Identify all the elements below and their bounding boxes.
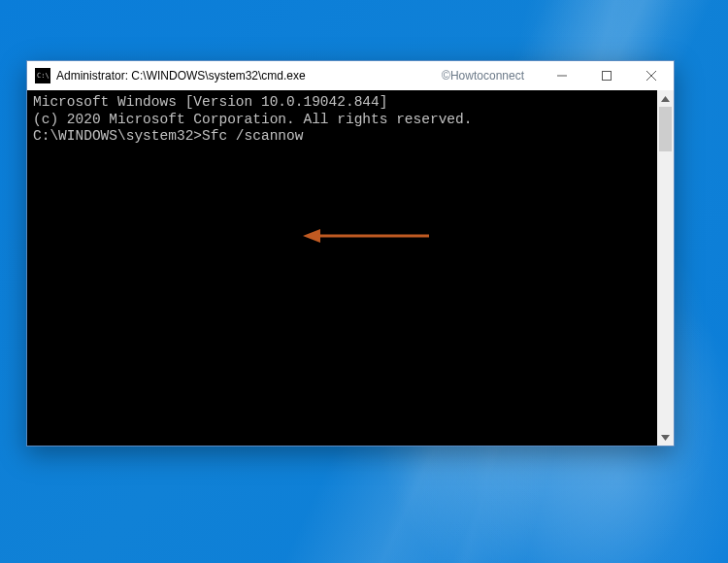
chevron-up-icon: [661, 96, 670, 102]
scroll-track[interactable]: [657, 107, 674, 429]
maximize-button[interactable]: [584, 61, 629, 90]
close-icon: [646, 71, 656, 81]
svg-text:C:\: C:\: [37, 72, 50, 80]
prompt-path: C:\WINDOWS\system32>: [33, 128, 202, 144]
typed-command: Sfc /scannow: [202, 128, 303, 144]
svg-rect-2: [603, 72, 612, 81]
console-prompt-line: C:\WINDOWS\system32>Sfc /scannow: [33, 128, 651, 146]
console-line: Microsoft Windows [Version 10.0.19042.84…: [33, 94, 651, 112]
cmd-icon: C:\: [35, 68, 50, 83]
scroll-thumb[interactable]: [659, 107, 672, 151]
scroll-up-button[interactable]: [657, 90, 674, 107]
titlebar[interactable]: C:\ Administrator: C:\WINDOWS\system32\c…: [27, 61, 674, 90]
chevron-down-icon: [661, 435, 670, 441]
window-controls: [540, 61, 674, 90]
maximize-icon: [602, 71, 612, 81]
window-title: Administrator: C:\WINDOWS\system32\cmd.e…: [56, 69, 306, 83]
console-line: (c) 2020 Microsoft Corporation. All righ…: [33, 112, 651, 129]
cmd-window: C:\ Administrator: C:\WINDOWS\system32\c…: [26, 60, 675, 447]
minimize-button[interactable]: [540, 61, 584, 90]
watermark-text: ©Howtoconnect: [442, 69, 524, 83]
minimize-icon: [557, 71, 567, 81]
client-area: Microsoft Windows [Version 10.0.19042.84…: [27, 90, 674, 446]
scroll-down-button[interactable]: [657, 429, 674, 446]
vertical-scrollbar[interactable]: [657, 90, 674, 446]
close-button[interactable]: [629, 61, 674, 90]
console-output[interactable]: Microsoft Windows [Version 10.0.19042.84…: [27, 90, 657, 446]
